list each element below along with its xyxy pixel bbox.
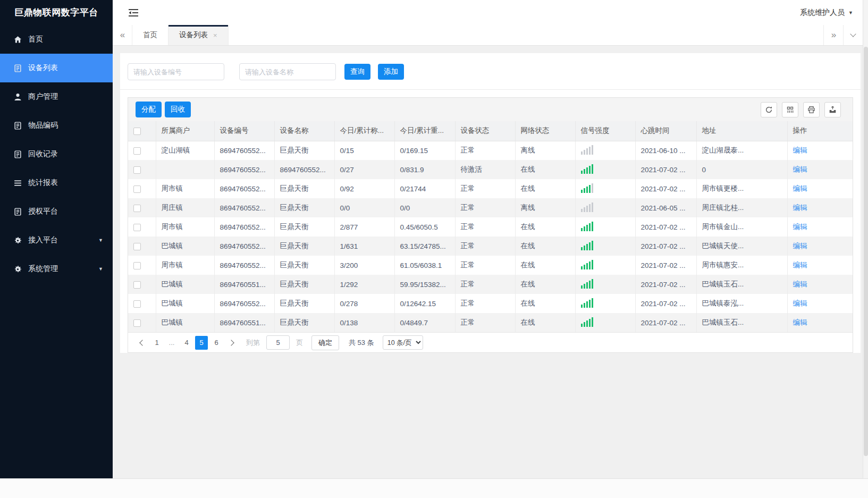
row-checkbox[interactable] xyxy=(133,205,141,212)
sidebar-item-stat-report[interactable]: 统计报表 xyxy=(0,168,113,197)
select-all-checkbox[interactable] xyxy=(133,128,141,135)
cell-actions: 编辑 xyxy=(787,256,853,275)
cell-checkbox xyxy=(128,237,156,256)
sidebar-item-item-code[interactable]: 物品编码 xyxy=(0,111,113,140)
sidebar: 巨鼎物联网数字平台 首页设备列表商户管理物品编码回收记录统计报表授权平台接入平台… xyxy=(0,0,113,478)
page-scrollbar[interactable] xyxy=(863,0,868,478)
cell-device-name: 巨鼎天衡 xyxy=(274,179,334,198)
tabs-scroll-left-button[interactable]: « xyxy=(113,25,132,45)
refresh-button[interactable] xyxy=(761,102,777,117)
cell-actions: 编辑 xyxy=(787,237,853,256)
row-checkbox[interactable] xyxy=(133,262,141,269)
table-row: 周市镇8694760552...巨鼎天衡2/8770.45/6050.5正常在线… xyxy=(128,217,853,237)
sidebar-item-recycle-records[interactable]: 回收记录 xyxy=(0,140,113,168)
print-button[interactable] xyxy=(803,102,820,117)
cell-signal-strength xyxy=(575,294,635,313)
cell-checkbox xyxy=(128,294,156,313)
row-checkbox[interactable] xyxy=(133,147,141,155)
table-panel: 分配 回收 所属商户设备编号设备名称今日/累计称...今日/累计重...设备状态… xyxy=(128,97,853,353)
tab-home[interactable]: 首页 xyxy=(132,25,168,45)
edit-link[interactable]: 编辑 xyxy=(793,299,807,307)
device-no-input[interactable] xyxy=(128,63,224,80)
sidebar-item-merchant-mgmt[interactable]: 商户管理 xyxy=(0,82,113,111)
row-checkbox[interactable] xyxy=(133,185,141,193)
tab-bar: « 首页设备列表× » xyxy=(113,25,868,46)
cell-checkbox xyxy=(128,256,156,275)
row-checkbox[interactable] xyxy=(133,300,141,308)
tab-device-list[interactable]: 设备列表× xyxy=(168,25,229,45)
cell-address: 淀山湖晟泰... xyxy=(696,141,787,160)
edit-link[interactable]: 编辑 xyxy=(793,165,807,173)
page-size-select[interactable]: 10 条/页 xyxy=(383,335,423,350)
assign-button[interactable]: 分配 xyxy=(136,102,162,117)
cell-signal-strength xyxy=(575,160,635,179)
cell-heartbeat-time: 2021-07-02 ... xyxy=(635,160,696,179)
cell-device-no: 8694760552... xyxy=(214,179,274,198)
chevron-down-icon xyxy=(850,31,856,37)
table-row: 周庄镇8694760552...巨鼎天衡0/00/0正常离线2021-06-05… xyxy=(128,198,853,217)
scrollbar-thumb[interactable] xyxy=(864,47,868,456)
page-number-1[interactable]: 1 xyxy=(150,336,163,350)
user-role-label: 系统维护人员 xyxy=(800,8,845,18)
next-page-button[interactable] xyxy=(225,336,239,350)
cell-address: 巴城镇玉石... xyxy=(696,313,787,332)
cell-today-count: 2/877 xyxy=(334,217,394,237)
doc-icon xyxy=(13,207,22,216)
user-role-dropdown[interactable]: 系统维护人员 ▼ xyxy=(800,8,853,18)
tab-close-icon[interactable]: × xyxy=(213,31,217,39)
edit-link[interactable]: 编辑 xyxy=(793,204,807,212)
sidebar-item-access-platform[interactable]: 接入平台▼ xyxy=(0,226,113,255)
submenu-arrow-icon: ▼ xyxy=(98,266,103,272)
columns-button[interactable] xyxy=(782,102,798,117)
edit-link[interactable]: 编辑 xyxy=(793,318,807,326)
row-checkbox[interactable] xyxy=(133,319,141,327)
sidebar-item-system-mgmt[interactable]: 系统管理▼ xyxy=(0,255,113,283)
edit-link[interactable]: 编辑 xyxy=(793,146,807,154)
cell-today-weight: 0/831.9 xyxy=(394,160,455,179)
signal-bars-icon xyxy=(581,260,593,269)
cell-device-name: 巨鼎天衡 xyxy=(274,275,334,294)
page-number-5[interactable]: 5 xyxy=(195,336,208,350)
table-row: 周市镇8694760552...巨鼎天衡3/20061.05/6038.1正常在… xyxy=(128,256,853,275)
row-checkbox[interactable] xyxy=(133,166,141,174)
row-checkbox[interactable] xyxy=(133,243,141,250)
edit-link[interactable]: 编辑 xyxy=(793,223,807,231)
query-button[interactable]: 查询 xyxy=(344,64,370,80)
cell-network-status: 离线 xyxy=(515,198,575,217)
cell-device-no: 8694760551... xyxy=(214,275,274,294)
gear-icon xyxy=(13,236,22,245)
menu-fold-icon[interactable] xyxy=(128,9,139,17)
sidebar-item-home[interactable]: 首页 xyxy=(0,25,113,54)
cell-address: 周庄镇北桂... xyxy=(696,198,787,217)
cell-checkbox xyxy=(128,313,156,332)
cell-today-weight: 61.05/6038.1 xyxy=(394,256,455,275)
page-number-6[interactable]: 6 xyxy=(210,336,223,350)
cell-address: 周市镇惠安... xyxy=(696,256,787,275)
page-number-4[interactable]: 4 xyxy=(180,336,193,350)
edit-link[interactable]: 编辑 xyxy=(793,280,807,288)
menu-lines-icon xyxy=(13,179,22,188)
device-name-input[interactable] xyxy=(239,63,336,80)
add-button[interactable]: 添加 xyxy=(378,64,404,80)
recycle-button[interactable]: 回收 xyxy=(165,102,191,117)
prev-page-button[interactable] xyxy=(134,336,148,350)
sidebar-item-device-list[interactable]: 设备列表 xyxy=(0,54,113,82)
cell-device-status: 正常 xyxy=(455,275,515,294)
row-checkbox[interactable] xyxy=(133,224,141,231)
edit-link[interactable]: 编辑 xyxy=(793,261,807,269)
sidebar-item-auth-platform[interactable]: 授权平台 xyxy=(0,197,113,226)
row-checkbox[interactable] xyxy=(133,281,141,289)
export-button[interactable] xyxy=(824,102,841,117)
tabs-scroll-right-button[interactable]: » xyxy=(823,25,843,45)
goto-page-input[interactable] xyxy=(266,335,290,350)
table-tools xyxy=(761,102,848,117)
edit-link[interactable]: 编辑 xyxy=(793,184,807,192)
signal-bars-icon xyxy=(581,202,593,212)
sidebar-item-label: 统计报表 xyxy=(28,178,58,188)
tabbar-spacer xyxy=(229,25,823,45)
edit-link[interactable]: 编辑 xyxy=(793,242,807,250)
table-header-row: 所属商户设备编号设备名称今日/累计称...今日/累计重...设备状态网络状态信号… xyxy=(128,121,853,141)
goto-confirm-button[interactable]: 确定 xyxy=(311,335,339,350)
cell-address: 巴城镇天使... xyxy=(696,237,787,256)
tabs-menu-button[interactable] xyxy=(843,25,863,45)
